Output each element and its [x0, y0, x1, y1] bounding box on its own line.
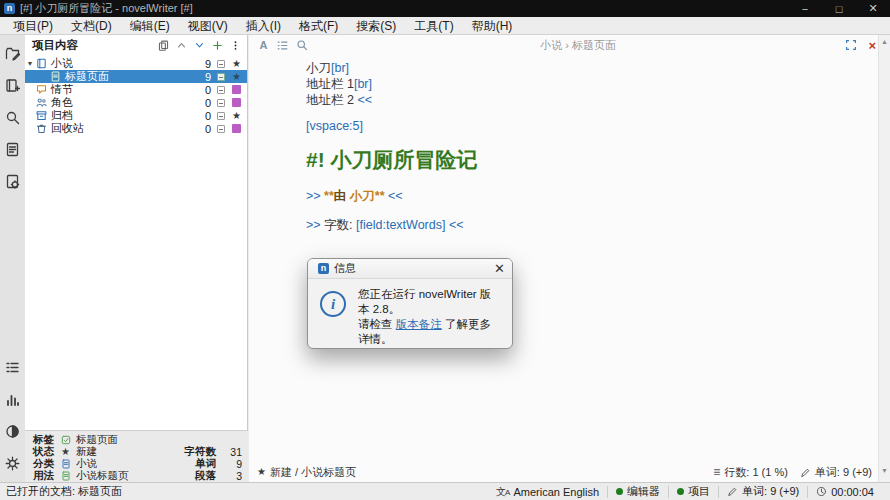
stat-value: 3	[216, 470, 242, 482]
menu-item-8[interactable]: 帮助(H)	[463, 17, 522, 35]
release-notes-link[interactable]: 版本备注	[396, 318, 442, 330]
menu-item-7[interactable]: 工具(T)	[405, 17, 462, 35]
status-square-icon	[229, 124, 244, 133]
settings-icon[interactable]	[2, 450, 24, 476]
menu-item-5[interactable]: 格式(F)	[290, 17, 347, 35]
document-text-line: 地址栏 1[br]	[306, 76, 820, 92]
tag-check-icon	[61, 435, 76, 445]
window-title: [#] 小刀厕所冒险记 - novelWriter [#]	[20, 1, 788, 16]
menu-item-4[interactable]: 插入(I)	[237, 17, 290, 35]
importance-star-icon: ★	[229, 59, 244, 69]
active-flag-icon	[213, 99, 229, 107]
scroll-up-arrow[interactable]: ▲	[879, 35, 890, 47]
project-status[interactable]: 项目	[668, 486, 718, 498]
menu-bar: 项目(P)文档(D)编辑(E)视图(V)插入(I)格式(F)搜索(S)工具(T)…	[0, 17, 890, 35]
docgreen-icon	[49, 71, 62, 82]
document-text-area[interactable]: 小刀[br]地址栏 1[br]地址栏 2 <<[vspace:5]#! 小刀厕所…	[249, 55, 890, 233]
theme-icon[interactable]	[2, 418, 24, 444]
importance-star-icon: ★	[229, 72, 244, 82]
close-button[interactable]: ✕	[856, 0, 890, 17]
maximize-button[interactable]: □	[822, 0, 856, 17]
chevron-up-icon[interactable]	[173, 37, 189, 53]
document-status-label: 新建 / 小说标题页	[270, 465, 356, 480]
copy-docs-icon[interactable]	[155, 37, 171, 53]
build-icon[interactable]	[2, 168, 24, 194]
tree-expand-arrow[interactable]: ▾	[25, 59, 35, 68]
document-text-line: 小刀[br]	[306, 60, 820, 76]
stat-label: 段落	[170, 469, 216, 483]
tree-item-回收站[interactable]: 回收站0	[25, 122, 247, 135]
chevron-down-icon[interactable]	[191, 37, 207, 53]
document-text-line: >> 字数: [field:textWords] <<	[306, 217, 820, 233]
importance-star-icon: ★	[229, 111, 244, 121]
menu-item-0[interactable]: 项目(P)	[4, 17, 62, 35]
active-flag-icon	[213, 125, 229, 133]
status-square-icon	[229, 98, 244, 107]
dialog-body: i 您正在运行 novelWriter 版本 2.8。 请检查 版本备注 了解更…	[308, 279, 512, 347]
status-bar: 已打开的文档: 标题页面 文AAmerican English编辑器项目单词: …	[0, 482, 890, 500]
word-count: 0	[199, 97, 213, 109]
stat-value: 31	[216, 446, 242, 458]
menu-item-2[interactable]: 编辑(E)	[121, 17, 179, 35]
kebab-icon[interactable]	[227, 37, 243, 53]
details-value: 小说标题页	[76, 469, 170, 483]
session-time-status: 00:00:04	[807, 486, 882, 498]
side-icon-bar	[0, 35, 25, 482]
menu-item-6[interactable]: 搜索(S)	[347, 17, 405, 35]
active-flag-icon	[213, 112, 229, 120]
menu-item-1[interactable]: 文档(D)	[62, 17, 121, 35]
minimize-button[interactable]: −	[788, 0, 822, 17]
active-flag-icon	[213, 86, 229, 94]
expand-icon[interactable]	[843, 38, 858, 53]
dialog-buttons: ✓ OK	[308, 347, 512, 349]
language-status[interactable]: 文AAmerican English	[488, 486, 607, 498]
editor-close-icon[interactable]: ×	[868, 38, 876, 53]
project-panel-title: 项目内容	[32, 38, 153, 53]
dialog-close-icon[interactable]: ✕	[494, 261, 505, 276]
star-icon: ★	[61, 447, 76, 457]
document-details-panel: 标签标题页面状态★新建字符数31分类小说单词9用法小说标题页段落3	[25, 430, 248, 482]
session-words-status: 单词: 9 (+9)	[718, 486, 807, 498]
doc-green-icon	[61, 471, 76, 481]
dialog-message-line1: 您正在运行 novelWriter 版本 2.8。	[358, 288, 491, 315]
menu-item-3[interactable]: 视图(V)	[179, 17, 237, 35]
plus-icon[interactable]	[209, 37, 225, 53]
outline-icon[interactable]	[2, 136, 24, 162]
project-tree-panel: 项目内容 ▾小说9★标题页面9★情节0角色0归档0★回收站0	[25, 35, 248, 430]
search-icon[interactable]	[294, 38, 309, 53]
project-edit-icon[interactable]	[2, 40, 24, 66]
details-row-用法: 用法小说标题页段落3	[33, 470, 242, 482]
bubble-icon	[35, 84, 48, 95]
details-label: 用法	[33, 469, 61, 483]
dialog-message-line2-pre: 请检查	[358, 318, 396, 330]
word-count: 9	[199, 58, 213, 70]
list-icon[interactable]	[2, 354, 24, 380]
trash-icon	[35, 123, 48, 134]
window-titlebar: n [#] 小刀厕所冒险记 - novelWriter [#] − □ ✕	[0, 0, 890, 17]
tree-item-label: 回收站	[48, 121, 199, 136]
book-icon	[35, 58, 48, 69]
dialog-title: 信息	[334, 261, 494, 276]
line-count-status: ≡行数: 1 (1 %)	[713, 465, 788, 480]
doc-blue-icon	[61, 459, 76, 469]
search-icon[interactable]	[2, 104, 24, 130]
word-count: 0	[199, 123, 213, 135]
document-text-line: [vspace:5]	[306, 118, 820, 134]
editor-footer: ★ 新建 / 小说标题页 ≡行数: 1 (1 %)单词: 9 (+9)	[249, 462, 890, 482]
editor-scrollbar[interactable]: ▲ ▼	[878, 35, 890, 482]
scroll-down-arrow[interactable]: ▼	[879, 464, 890, 476]
novel-tree-icon[interactable]	[2, 72, 24, 98]
active-flag-icon	[213, 73, 229, 81]
status-star-icon: ★	[257, 467, 266, 477]
word-count: 0	[199, 84, 213, 96]
app-icon: n	[4, 3, 15, 14]
word-count: 0	[199, 110, 213, 122]
format-icon[interactable]: A	[256, 38, 271, 53]
editor-status[interactable]: 编辑器	[607, 486, 668, 498]
list-icon[interactable]	[275, 38, 290, 53]
info-dialog: n 信息 ✕ i 您正在运行 novelWriter 版本 2.8。 请检查 版…	[307, 258, 513, 349]
dialog-message: 您正在运行 novelWriter 版本 2.8。 请检查 版本备注 了解更多详…	[358, 287, 502, 347]
breadcrumb: 小说 › 标题页面	[313, 38, 843, 53]
stats-icon[interactable]	[2, 386, 24, 412]
active-flag-icon	[213, 60, 229, 68]
